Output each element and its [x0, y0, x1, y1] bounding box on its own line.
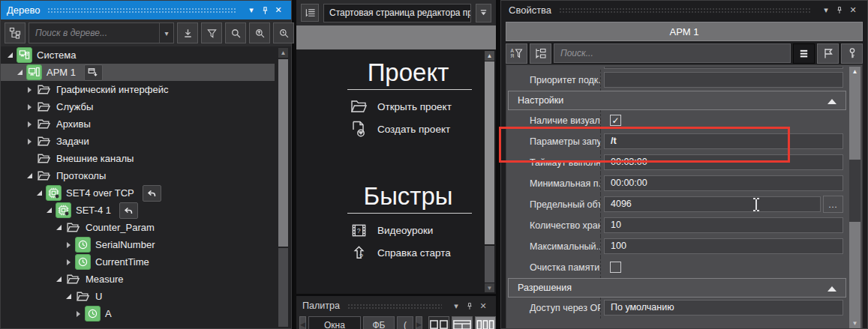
property-value-field[interactable]: По умолчанию: [604, 300, 843, 316]
palette-close-icon[interactable]: ✕: [476, 300, 490, 312]
tree-item[interactable]: SET-4 1: [1, 202, 275, 219]
properties-menu-caret-icon[interactable]: ▾: [819, 4, 833, 16]
property-value-field[interactable]: 00:00:00: [604, 175, 843, 191]
ellipsis-button[interactable]: ...: [823, 196, 843, 213]
tabs-scroll-left-icon[interactable]: ◀: [299, 316, 306, 329]
undo-badge-icon[interactable]: [143, 185, 161, 202]
scroll-up-icon[interactable]: ▲: [278, 48, 288, 58]
property-value-field[interactable]: 10: [604, 217, 843, 233]
tree-item[interactable]: Задачи: [1, 133, 275, 150]
tree-item[interactable]: Службы: [1, 98, 275, 115]
palette-menu-caret-icon[interactable]: ▾: [449, 300, 463, 312]
properties-titlebar[interactable]: Свойства ▾ ✕: [501, 0, 867, 19]
tree-item[interactable]: U: [1, 288, 275, 305]
property-section[interactable]: Разрешения: [508, 278, 846, 298]
tree-item[interactable]: Внешние каналы: [1, 150, 275, 167]
tree-item[interactable]: CurrentTime: [1, 253, 275, 271]
help-start-link[interactable]: ? Справка старта: [296, 241, 496, 264]
expander-icon[interactable]: [35, 190, 44, 196]
collapse-arrow-icon[interactable]: [827, 286, 836, 292]
properties-pin-icon[interactable]: [833, 4, 846, 16]
video-lessons-link[interactable]: ? Видеоуроки: [296, 219, 496, 241]
key-icon[interactable]: [841, 43, 863, 64]
expander-icon[interactable]: [64, 259, 74, 265]
property-value-field[interactable]: [604, 67, 843, 69]
properties-search-input[interactable]: [554, 48, 790, 58]
undo-badge-icon[interactable]: [119, 202, 138, 219]
create-project-link[interactable]: Создать проект: [296, 118, 496, 140]
drag-dots[interactable]: [47, 7, 237, 13]
tree-item[interactable]: A: [1, 305, 275, 322]
sort-filter-icon[interactable]: АЯ: [506, 43, 527, 64]
list-view-icon[interactable]: [793, 43, 815, 64]
tree-pin-icon[interactable]: [258, 4, 272, 16]
expander-icon[interactable]: [25, 139, 35, 145]
tree-item[interactable]: Система: [1, 46, 275, 64]
properties-scrollbar[interactable]: ▲ ▼: [849, 67, 860, 328]
property-value-field[interactable]: 00:03:00: [604, 154, 843, 170]
tab-list-icon[interactable]: [301, 4, 319, 22]
tab-start-page[interactable]: Стартовая страница редактора проекто: [323, 4, 471, 22]
expander-icon[interactable]: [25, 173, 35, 178]
tabs-scroll-right-icon[interactable]: ▶: [416, 316, 422, 329]
columns-view-icon[interactable]: [475, 316, 496, 329]
tree-item[interactable]: Counter_Param: [1, 219, 275, 236]
scroll-thumb[interactable]: [849, 160, 860, 222]
tree-item[interactable]: Протоколы: [1, 167, 275, 184]
tree-item[interactable]: Архивы: [1, 115, 275, 133]
palette-tab-2[interactable]: ФБ: [363, 316, 395, 329]
property-value-field[interactable]: [604, 72, 843, 88]
search-icon[interactable]: [225, 22, 246, 43]
scroll-thumb[interactable]: [278, 59, 288, 247]
tree-item[interactable]: Графический интерфейс: [1, 81, 275, 98]
expander-icon[interactable]: [25, 87, 35, 93]
property-value-field[interactable]: 100: [604, 238, 843, 254]
expander-icon[interactable]: [15, 70, 25, 75]
collapse-all-icon[interactable]: [177, 22, 198, 43]
scroll-down-icon[interactable]: ▼: [485, 283, 494, 292]
palette-pin-icon[interactable]: [463, 300, 476, 312]
startpage-scrollbar[interactable]: ▲ ▼: [485, 51, 494, 292]
filter-icon[interactable]: [201, 22, 222, 43]
tree-scrollbar[interactable]: ▲: [278, 48, 288, 327]
tree-search-input[interactable]: [29, 28, 159, 38]
drag-dots[interactable]: [559, 7, 812, 13]
tree-item[interactable]: SET4 over TCP: [1, 184, 275, 202]
property-checkbox[interactable]: [610, 262, 621, 273]
expander-icon[interactable]: [25, 121, 35, 127]
property-value-field[interactable]: 4096: [604, 196, 821, 212]
properties-close-icon[interactable]: ✕: [846, 4, 860, 16]
expander-icon[interactable]: [54, 277, 64, 282]
scroll-track[interactable]: [485, 246, 494, 283]
tree-menu-caret-icon[interactable]: ▾: [245, 4, 258, 16]
scroll-up-icon[interactable]: ▲: [849, 67, 860, 76]
property-value-field[interactable]: /t: [604, 133, 843, 149]
tree-structure-icon[interactable]: [5, 22, 26, 43]
expander-icon[interactable]: [5, 52, 15, 58]
scroll-track[interactable]: [278, 248, 288, 327]
two-windows-icon[interactable]: [428, 316, 449, 329]
tree-panel-titlebar[interactable]: Дерево ▾ ✕: [1, 1, 291, 19]
scroll-thumb[interactable]: [485, 61, 494, 244]
palette-titlebar[interactable]: Палитра ▾ ✕: [296, 296, 496, 316]
tree-item[interactable]: SerialNumber: [1, 236, 275, 253]
property-checkbox[interactable]: ✓: [610, 115, 621, 126]
collapse-arrow-icon[interactable]: [827, 99, 836, 104]
search-history-icon[interactable]: [273, 22, 294, 43]
palette-tab-3[interactable]: (: [397, 316, 413, 329]
expander-icon[interactable]: [25, 104, 35, 110]
expander-icon[interactable]: [64, 242, 74, 248]
table-view-icon[interactable]: [452, 316, 473, 329]
categorized-view-icon[interactable]: [530, 43, 551, 64]
tab-dock-icon[interactable]: [476, 4, 491, 22]
open-project-link[interactable]: Открыть проект: [296, 95, 496, 118]
expander-icon[interactable]: [64, 294, 74, 299]
property-section[interactable]: Настройки: [508, 91, 846, 110]
tree-item[interactable]: АРМ 1: [1, 64, 275, 81]
drag-dots[interactable]: [347, 303, 442, 310]
tree-search-dropdown-icon[interactable]: ▾: [159, 23, 173, 43]
expander-icon[interactable]: [74, 311, 83, 317]
expander-icon[interactable]: [44, 208, 54, 213]
tree-close-icon[interactable]: ✕: [272, 4, 285, 16]
search-up-icon[interactable]: [249, 22, 270, 43]
